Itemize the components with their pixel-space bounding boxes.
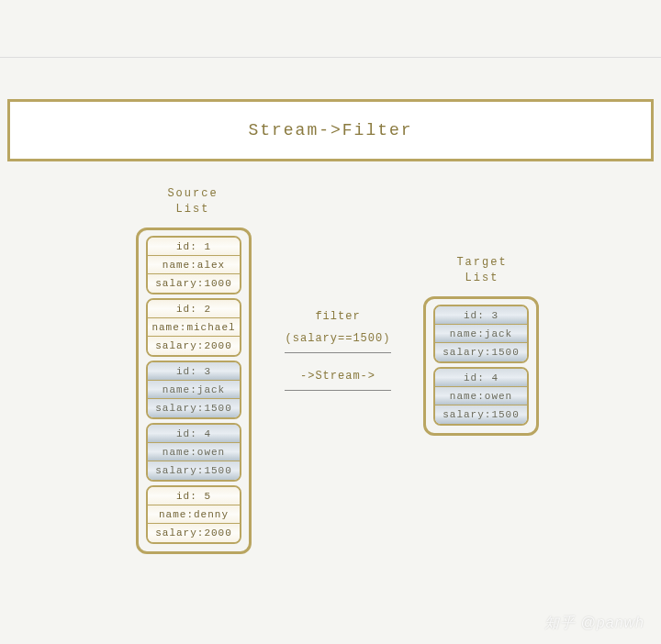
record-name: name:owen xyxy=(435,387,527,405)
target-list-label: Target List xyxy=(441,255,523,286)
record: id: 4name:owensalary:1500 xyxy=(433,367,529,426)
record-salary: salary:2000 xyxy=(148,524,240,542)
title-box: Stream->Filter xyxy=(7,99,654,161)
record: id: 4name:owensalary:1500 xyxy=(146,423,241,482)
source-list: id: 1name:alexsalary:1000id: 2name:micha… xyxy=(136,228,252,554)
record: id: 1name:alexsalary:1000 xyxy=(146,236,241,294)
record-id: id: 4 xyxy=(435,369,527,387)
record-id: id: 3 xyxy=(148,362,240,381)
divider-line xyxy=(0,57,661,58)
record-id: id: 4 xyxy=(148,425,240,443)
divider xyxy=(285,352,391,353)
target-label-text: Target List xyxy=(456,256,507,284)
title-text: Stream->Filter xyxy=(248,121,412,139)
record-id: id: 5 xyxy=(148,487,240,505)
watermark: 知乎 @panwh xyxy=(544,614,644,633)
record-name: name:jack xyxy=(435,325,527,343)
record-name: name:denny xyxy=(148,505,240,524)
record-name: name:michael xyxy=(148,318,240,337)
record-id: id: 1 xyxy=(148,238,240,256)
record: id: 3name:jacksalary:1500 xyxy=(433,305,529,363)
filter-operation: filter (salary==1500) ->Stream-> xyxy=(283,310,393,407)
filter-condition: (salary==1500) xyxy=(283,332,393,345)
record-salary: salary:1500 xyxy=(435,343,527,361)
record: id: 5name:dennysalary:2000 xyxy=(146,485,241,544)
record-name: name:jack xyxy=(148,381,240,399)
record-salary: salary:1500 xyxy=(148,461,240,480)
record-salary: salary:2000 xyxy=(148,337,240,355)
filter-keyword: filter xyxy=(283,310,393,323)
record-id: id: 2 xyxy=(148,300,240,318)
source-list-label: Source List xyxy=(151,186,234,217)
target-list: id: 3name:jacksalary:1500id: 4name:owens… xyxy=(423,296,539,436)
divider xyxy=(285,390,391,391)
record-salary: salary:1500 xyxy=(148,399,240,417)
stream-arrow: ->Stream-> xyxy=(283,370,393,383)
record-salary: salary:1500 xyxy=(435,405,527,424)
record: id: 2name:michaelsalary:2000 xyxy=(146,298,241,357)
record-id: id: 3 xyxy=(435,306,527,325)
record: id: 3name:jacksalary:1500 xyxy=(146,361,241,419)
source-label-text: Source List xyxy=(167,187,218,216)
record-name: name:alex xyxy=(148,256,240,274)
record-name: name:owen xyxy=(148,443,240,461)
record-salary: salary:1000 xyxy=(148,274,240,293)
